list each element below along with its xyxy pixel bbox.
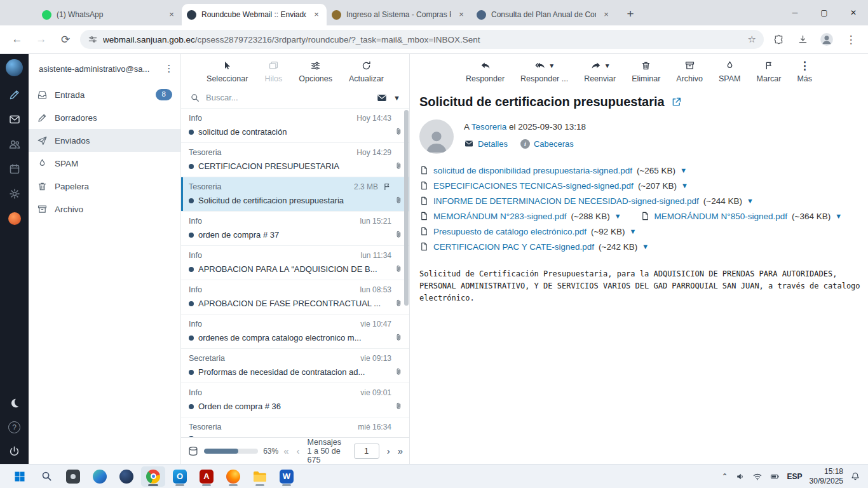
- mark-button[interactable]: Marcar: [753, 58, 785, 87]
- site-settings-icon[interactable]: [88, 34, 98, 44]
- taskbar-file-explorer-icon[interactable]: [248, 466, 272, 487]
- archive-button[interactable]: Archivo: [672, 58, 707, 87]
- previous-page-button[interactable]: ‹: [297, 445, 300, 456]
- more-button[interactable]: ⋮ Más: [793, 58, 816, 87]
- maximize-button[interactable]: ▢: [810, 0, 839, 25]
- help-icon[interactable]: ?: [8, 421, 20, 433]
- attachment-menu-caret-icon[interactable]: ▼: [614, 212, 621, 220]
- new-tab-button[interactable]: +: [621, 5, 639, 23]
- attachment-name-link[interactable]: Presupuesto de catálogo electrónico.pdf: [433, 227, 587, 236]
- start-button[interactable]: [8, 466, 32, 487]
- delete-button[interactable]: Eliminar: [628, 58, 664, 87]
- headers-link[interactable]: i Cabeceras: [520, 139, 574, 149]
- folder-spam[interactable]: SPAM: [29, 152, 180, 175]
- open-in-new-window-icon[interactable]: [671, 97, 682, 107]
- reply-all-button[interactable]: ▼ Responder ...: [517, 58, 572, 87]
- attachment[interactable]: INFORME DE DETERMINACION DE NECESIDAD-si…: [419, 196, 754, 206]
- tab-compras[interactable]: Ingreso al Sistema - Compras P ×: [327, 4, 471, 25]
- search-scope-envelope-icon[interactable]: [376, 92, 388, 104]
- recipient-link[interactable]: Tesoreria: [471, 122, 507, 132]
- attachment[interactable]: CERTIFICACION PAC Y CATE-signed.pdf (~24…: [419, 241, 649, 252]
- browser-menu-icon[interactable]: ⋮: [841, 30, 860, 49]
- tray-volume-icon[interactable]: [735, 471, 745, 482]
- profile-avatar[interactable]: [817, 30, 836, 49]
- attachment-name-link[interactable]: MEMORÁNDUM N°850-signed.pdf: [654, 212, 787, 221]
- attachment-name-link[interactable]: ESPECIFICACIONES TECNICAS-signed-signed.…: [433, 181, 634, 191]
- forward-button[interactable]: →: [32, 30, 51, 49]
- details-link[interactable]: Detalles: [464, 139, 508, 149]
- reload-button[interactable]: ⟳: [56, 30, 75, 49]
- address-bar[interactable]: webmail.sanjuan.gob.ec/cpsess2879723216/…: [80, 30, 764, 49]
- options-button[interactable]: Opciones: [295, 58, 336, 87]
- search-scope-caret-icon[interactable]: ▼: [393, 94, 400, 102]
- select-button[interactable]: Seleccionar: [203, 58, 252, 87]
- threads-button[interactable]: Hilos: [261, 58, 286, 87]
- message-list-item[interactable]: Infolun 08:53 APROBACION DE FASE PRECONT…: [181, 280, 409, 315]
- message-list-item-selected[interactable]: Tesoreria2.3 MB Solicitud de certificaci…: [181, 177, 409, 212]
- list-scrollbar-thumb[interactable]: [404, 110, 409, 306]
- attachment[interactable]: Presupuesto de catálogo electrónico.pdf …: [419, 226, 636, 236]
- notification-bell-icon[interactable]: [850, 471, 860, 482]
- next-page-button[interactable]: ›: [387, 445, 390, 456]
- attachment-name-link[interactable]: INFORME DE DETERMINACION DE NECESIDAD-si…: [433, 196, 699, 206]
- settings-gear-icon[interactable]: [8, 187, 21, 200]
- attachment[interactable]: MEMORÁNDUM N°850-signed.pdf (~364 KB) ▼: [641, 211, 843, 221]
- page-input[interactable]: [354, 444, 379, 459]
- tab-plan-anual[interactable]: Consulta del Plan Anual de Con ×: [471, 4, 616, 25]
- folder-archivo[interactable]: Archivo: [29, 198, 180, 220]
- spam-button[interactable]: SPAM: [715, 58, 745, 87]
- dropdown-caret-icon[interactable]: ▼: [548, 62, 555, 69]
- folder-borradores[interactable]: Borradores: [29, 106, 180, 129]
- compose-icon[interactable]: [8, 88, 21, 101]
- dark-mode-moon-icon[interactable]: [8, 397, 20, 409]
- attachment-name-link[interactable]: solicitud de disponibilidad presupuestar…: [433, 166, 632, 175]
- taskbar-clock[interactable]: 15:18 30/9/2025: [810, 467, 843, 485]
- folder-enviados[interactable]: Enviados: [29, 129, 180, 152]
- taskbar-edge-icon[interactable]: [88, 466, 112, 487]
- logout-power-icon[interactable]: [8, 445, 20, 458]
- tab-close-icon[interactable]: ×: [311, 10, 322, 20]
- language-indicator[interactable]: ESP: [787, 472, 803, 481]
- minimize-button[interactable]: ─: [780, 0, 810, 25]
- attachment-menu-caret-icon[interactable]: ▼: [747, 197, 754, 205]
- taskbar-outlook-icon[interactable]: O: [168, 466, 192, 487]
- taskbar-acrobat-icon[interactable]: A: [194, 466, 219, 487]
- folder-entrada[interactable]: Entrada 8: [29, 83, 180, 106]
- refresh-button[interactable]: Actualizar: [345, 58, 388, 87]
- dropdown-caret-icon[interactable]: ▼: [604, 62, 611, 69]
- message-list-item[interactable]: Infolun 11:34 APROBACION PARA LA “ADQUIS…: [181, 246, 409, 280]
- folder-papelera[interactable]: Papelera: [29, 175, 180, 198]
- taskbar-word-icon[interactable]: W: [275, 466, 299, 487]
- search-input[interactable]: [206, 93, 370, 102]
- attachment[interactable]: ESPECIFICACIONES TECNICAS-signed-signed.…: [419, 180, 688, 191]
- tab-close-icon[interactable]: ×: [601, 10, 611, 20]
- taskbar-sphere-app-icon[interactable]: [114, 466, 139, 487]
- bookmark-star-icon[interactable]: ☆: [748, 34, 756, 45]
- downloads-icon[interactable]: [793, 30, 812, 49]
- first-page-button[interactable]: «: [283, 445, 288, 456]
- attachment-menu-caret-icon[interactable]: ▼: [642, 243, 649, 250]
- account-menu-icon[interactable]: ⋮: [163, 63, 175, 74]
- message-list-item[interactable]: Tesoreriamié 16:34: [181, 417, 409, 437]
- message-list-item[interactable]: Infolun 15:21 orden de compra # 37: [181, 212, 409, 246]
- tab-close-icon[interactable]: ×: [166, 10, 177, 20]
- taskbar-search-button[interactable]: [34, 466, 58, 487]
- extensions-icon[interactable]: [769, 30, 788, 49]
- attachment-name-link[interactable]: CERTIFICACION PAC Y CATE-signed.pdf: [433, 242, 594, 252]
- contacts-icon[interactable]: [8, 138, 21, 151]
- attachment-menu-caret-icon[interactable]: ▼: [630, 227, 637, 235]
- attachment-name-link[interactable]: MEMORÁNDUM N°283-signed.pdf: [433, 212, 566, 221]
- tab-close-icon[interactable]: ×: [456, 10, 466, 20]
- taskbar-camera-app-icon[interactable]: [61, 466, 85, 487]
- last-page-button[interactable]: »: [398, 445, 403, 456]
- attachment-menu-caret-icon[interactable]: ▼: [681, 182, 688, 189]
- message-list-item[interactable]: InfoHoy 14:43 solicitud de contratación: [181, 109, 409, 143]
- hidden-icons-chevron[interactable]: ⌃: [722, 472, 728, 481]
- tray-network-icon[interactable]: [752, 471, 763, 482]
- attachment-menu-caret-icon[interactable]: ▼: [835, 212, 842, 220]
- forward-button[interactable]: ▼ Reenviar: [580, 58, 620, 87]
- mail-icon[interactable]: [8, 113, 21, 126]
- message-list-item[interactable]: TesoreriaHoy 14:29 CERTIFICACION PRESUPU…: [181, 143, 409, 177]
- attachment[interactable]: MEMORÁNDUM N°283-signed.pdf (~288 KB) ▼: [419, 211, 621, 221]
- reply-button[interactable]: Responder: [462, 58, 508, 87]
